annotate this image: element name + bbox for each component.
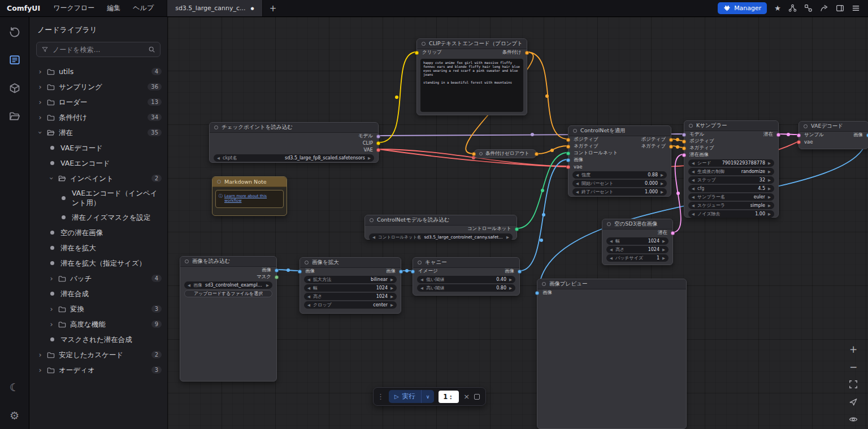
- prev-arrow-icon[interactable]: ◀: [610, 248, 613, 252]
- tree-item-vae-encode-inpaint[interactable]: VAEエンコード（インペイント用）: [29, 186, 167, 210]
- node-titlebar[interactable]: 画像を拡大: [300, 258, 401, 268]
- count-steppers[interactable]: ▴▾: [450, 394, 452, 400]
- prev-arrow-icon[interactable]: ◀: [692, 161, 695, 166]
- fit-view-button[interactable]: [848, 379, 859, 390]
- input-slot-vae[interactable]: [797, 140, 801, 144]
- prev-arrow-icon[interactable]: ◀: [692, 195, 695, 200]
- next-arrow-icon[interactable]: ▶: [390, 294, 393, 299]
- toggle-link-visibility-button[interactable]: [848, 414, 859, 425]
- workflow-tab[interactable]: sd3.5_large_canny_c... ●: [167, 0, 262, 16]
- output-slot-image[interactable]: [518, 270, 522, 274]
- collapse-toggle[interactable]: [479, 152, 483, 155]
- panel-toggle-icon[interactable]: [836, 4, 844, 12]
- node-imagescale[interactable]: 画像を拡大 画像 画像 ◀拡大方法bilinear▶ ◀幅1024▶ ◀高さ10…: [300, 257, 401, 314]
- next-arrow-icon[interactable]: ▶: [390, 278, 393, 282]
- output-slot-positive[interactable]: [669, 138, 673, 142]
- next-arrow-icon[interactable]: ▶: [662, 248, 665, 252]
- output-slot-negative[interactable]: [669, 145, 673, 149]
- collapse-toggle[interactable]: [214, 125, 218, 129]
- prev-arrow-icon[interactable]: ◀: [692, 203, 695, 208]
- collapse-toggle[interactable]: [542, 282, 546, 286]
- prev-arrow-icon[interactable]: ◀: [217, 156, 220, 161]
- drag-handle-icon[interactable]: ⋮: [377, 392, 384, 401]
- node-graph-alt-icon[interactable]: [804, 4, 813, 12]
- clear-queue-button[interactable]: ×: [463, 392, 470, 401]
- widget-image-file[interactable]: ◀画像sd3_controlnet_example.png▶: [184, 281, 272, 289]
- prompt-text-widget[interactable]: happy cute anime fox girl with massive f…: [420, 59, 523, 112]
- collapse-toggle[interactable]: [418, 261, 422, 265]
- node-titlebar[interactable]: ControlNetを適用: [568, 126, 671, 136]
- node-titlebar[interactable]: チェックポイントを読み込む: [210, 123, 378, 133]
- input-slot-model[interactable]: [682, 133, 686, 137]
- input-slot-conditioning[interactable]: [472, 152, 476, 156]
- node-emptysd3latent[interactable]: 空のSD3潜在画像 潜在 ◀幅1024▶ ◀高さ1024▶ ◀バッチサイズ1▶: [602, 219, 673, 265]
- collapse-toggle[interactable]: [185, 259, 189, 263]
- prev-arrow-icon[interactable]: ◀: [307, 303, 310, 307]
- widget-sampler-name[interactable]: ◀サンプラー名euler▶: [688, 193, 774, 201]
- next-arrow-icon[interactable]: ▶: [768, 212, 771, 216]
- tree-item-utils[interactable]: ›utils4: [29, 64, 167, 79]
- node-controlnetloader[interactable]: ControlNetモデルを読み込む コントロールネット ◀コントロールネット名…: [364, 215, 517, 240]
- widget-start-percent[interactable]: ◀開始パーセント0.000▶: [572, 180, 667, 187]
- collapse-toggle[interactable]: [689, 124, 693, 128]
- widget-height[interactable]: ◀高さ1024▶: [304, 293, 397, 300]
- prev-arrow-icon[interactable]: ◀: [576, 173, 579, 177]
- input-slot-image[interactable]: [411, 270, 415, 274]
- node-titlebar[interactable]: 画像を読み込む: [180, 257, 276, 267]
- widget-crop[interactable]: ◀クロップcenter▶: [304, 301, 397, 309]
- widget-ckpt-name[interactable]: ◀ckpt名sd3.5_large_fp8_scaled.safetensors…: [214, 154, 374, 162]
- manager-button[interactable]: Manager: [718, 2, 767, 14]
- theme-toggle-button[interactable]: ☾: [8, 380, 21, 394]
- node-titlebar[interactable]: CLIPテキストエンコード（プロンプト）: [417, 39, 527, 49]
- graph-canvas[interactable]: CLIPテキストエンコード（プロンプト） クリップ 条件付け happy cut…: [168, 17, 868, 429]
- widget-controlnet-name[interactable]: ◀コントロールネット名sd3.5_large_controlnet_canny.…: [369, 233, 513, 241]
- tree-item-batch[interactable]: ›バッチ4: [29, 271, 167, 286]
- widget-control-after-generate[interactable]: ◀生成後の制御randomize▶: [688, 168, 774, 175]
- input-slot-positive[interactable]: [682, 140, 686, 144]
- node-conditioningzeroout[interactable]: 条件付けゼロアウト: [474, 149, 537, 158]
- tree-item-sampling[interactable]: ›サンプリング36: [29, 79, 167, 94]
- collapse-toggle[interactable]: [804, 124, 808, 128]
- output-slot-controlnet[interactable]: [515, 227, 519, 231]
- next-arrow-icon[interactable]: ▶: [509, 278, 512, 282]
- prev-arrow-icon[interactable]: ◀: [576, 190, 579, 194]
- widget-height[interactable]: ◀高さ1024▶: [606, 246, 669, 253]
- share-icon[interactable]: [820, 4, 828, 12]
- input-slot-clip[interactable]: [415, 51, 419, 55]
- history-button[interactable]: [8, 25, 21, 38]
- widget-strength[interactable]: ◀強度0.88▶: [572, 171, 667, 179]
- widget-cfg[interactable]: ◀cfg4.5▶: [688, 185, 774, 192]
- collapse-toggle[interactable]: [217, 180, 221, 184]
- input-slot-latent-image[interactable]: [682, 153, 686, 157]
- prev-arrow-icon[interactable]: ◀: [576, 181, 579, 186]
- workflows-button[interactable]: [8, 110, 21, 123]
- next-arrow-icon[interactable]: ▶: [768, 170, 771, 174]
- prev-arrow-icon[interactable]: ◀: [307, 286, 310, 291]
- widget-upscale-method[interactable]: ◀拡大方法bilinear▶: [304, 276, 397, 283]
- tree-item-latent-composite-masked[interactable]: マスクされた潜在合成: [29, 332, 167, 347]
- queue-mode-button[interactable]: [474, 394, 480, 400]
- widget-batch-size[interactable]: ◀バッチサイズ1▶: [606, 254, 669, 262]
- widget-scheduler[interactable]: ◀スケジューラsimple▶: [688, 202, 774, 209]
- output-slot-clip[interactable]: [376, 141, 380, 145]
- output-slot-model[interactable]: [376, 135, 380, 138]
- node-titlebar[interactable]: Kサンプラー: [684, 121, 778, 131]
- node-loadimage[interactable]: 画像を読み込む 画像 マスク ◀画像sd3_controlnet_example…: [180, 256, 277, 382]
- zoom-in-button[interactable]: +: [848, 344, 859, 355]
- collapse-toggle[interactable]: [422, 42, 426, 46]
- input-slot-samples[interactable]: [797, 133, 801, 137]
- menu-workflow[interactable]: ワークフロー: [48, 1, 99, 15]
- node-vaedecode[interactable]: VAEデコード サンプル 画像 vae: [798, 121, 868, 149]
- node-checkpointloader[interactable]: チェックポイントを読み込む モデル CLIP VAE ◀ckpt名sd3.5_l…: [209, 122, 379, 163]
- input-slot-vae[interactable]: [566, 165, 570, 169]
- node-ksampler[interactable]: Kサンプラー モデル 潜在 ポジティブ ネガティブ 潜在画像 ◀シード79019…: [684, 120, 779, 218]
- tree-item-advanced[interactable]: ›高度な機能9: [29, 317, 167, 332]
- input-slot-positive[interactable]: [566, 138, 570, 142]
- new-tab-button[interactable]: +: [263, 3, 284, 14]
- prev-arrow-icon[interactable]: ◀: [692, 187, 695, 191]
- node-titlebar[interactable]: VAEデコード: [799, 122, 868, 132]
- next-arrow-icon[interactable]: ▶: [509, 286, 512, 291]
- run-button[interactable]: ▷実行: [389, 390, 421, 403]
- node-titlebar[interactable]: Markdown Note: [212, 177, 287, 187]
- app-logo[interactable]: ComfyUI: [0, 4, 48, 12]
